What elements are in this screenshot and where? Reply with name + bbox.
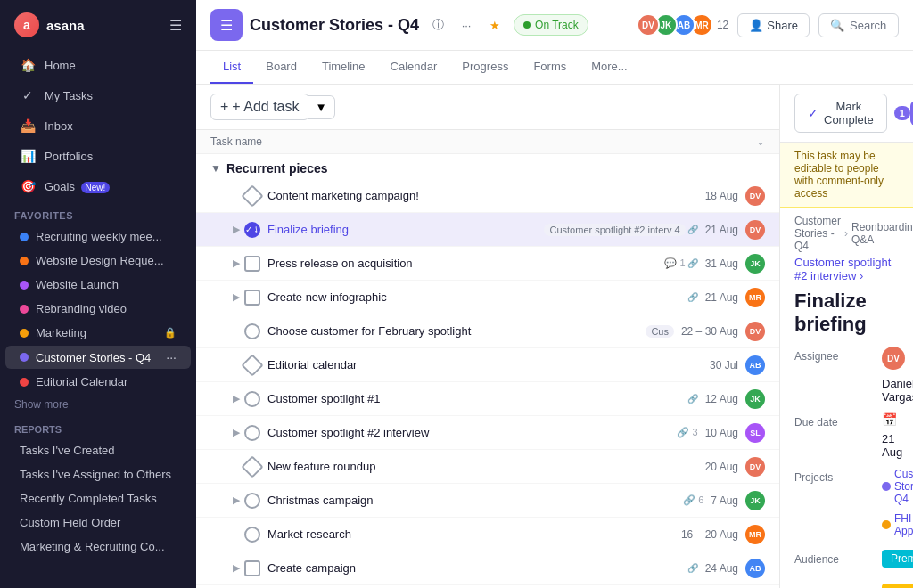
- task-row[interactable]: ▶ Customer spotlight #2 interview 🔗 3 10…: [196, 416, 779, 450]
- task-row[interactable]: Editorial calendar 30 Jul AB: [196, 348, 779, 382]
- task-checkbox[interactable]: [244, 391, 260, 407]
- sidebar-item-marketing[interactable]: Marketing 🔒: [5, 322, 191, 344]
- report-tasks-assigned[interactable]: Tasks I've Assigned to Others: [5, 463, 191, 486]
- sidebar-item-recruiting[interactable]: Recruiting weekly mee...: [5, 225, 191, 248]
- projects-label: Projects: [794, 468, 875, 484]
- task-name: Choose customer for February spotlight: [267, 324, 640, 338]
- tab-timeline[interactable]: Timeline: [309, 51, 378, 84]
- sidebar-item-my-tasks[interactable]: ✓ My Tasks: [5, 81, 191, 110]
- report-marketing-recruiting[interactable]: Marketing & Recruiting Co...: [5, 535, 191, 558]
- assignee-label: Assignee: [794, 347, 875, 363]
- sidebar-item-customer-stories[interactable]: Customer Stories - Q4 ···: [5, 346, 191, 369]
- sidebar-item-website-launch[interactable]: Website Launch: [5, 274, 191, 296]
- task-row[interactable]: ▶ Create campaign 🔗 24 Aug AB: [196, 551, 779, 585]
- add-task-dropdown[interactable]: ▼: [308, 95, 335, 119]
- expand-icon[interactable]: ▶: [228, 257, 244, 269]
- sidebar-item-home[interactable]: 🏠 Home: [5, 51, 191, 79]
- task-checkbox-checked[interactable]: ✓: [244, 222, 260, 238]
- fav-label-marketing: Marketing: [36, 326, 86, 339]
- task-checkbox[interactable]: [244, 256, 260, 272]
- task-name: Create new infographic: [267, 290, 686, 304]
- show-more-link[interactable]: Show more: [0, 394, 196, 415]
- sidebar-item-goals[interactable]: 🎯 Goals New!: [5, 172, 191, 200]
- task-row[interactable]: ▶ ✓ Finalize briefing Customer spotlight…: [196, 213, 779, 247]
- task-checkbox-diamond[interactable]: [241, 455, 263, 478]
- tab-board[interactable]: Board: [253, 51, 309, 84]
- fav-label-rebranding: Rebranding video: [36, 302, 127, 315]
- sidebar-item-editorial-calendar[interactable]: Editorial Calendar: [5, 371, 191, 393]
- task-checkbox[interactable]: [244, 425, 260, 441]
- tab-forms[interactable]: Forms: [521, 51, 579, 84]
- marketing-dot: [20, 329, 29, 338]
- project-tag-1[interactable]: Customer Stories - Q4 Recurrent pieces ›: [882, 468, 913, 505]
- tab-list[interactable]: List: [210, 51, 253, 84]
- expand-icon[interactable]: ▶: [228, 562, 244, 574]
- goals-icon: 🎯: [20, 178, 36, 194]
- task-checkbox[interactable]: [244, 290, 260, 306]
- task-row[interactable]: New feature roundup 20 Aug DV: [196, 450, 779, 484]
- task-row[interactable]: Content marketing campaign! 18 Aug DV: [196, 179, 779, 213]
- audience-badge: Premium: [882, 550, 913, 568]
- task-count-badge: 1: [894, 106, 910, 120]
- star-icon[interactable]: ★: [483, 13, 506, 37]
- info-icon[interactable]: ⓘ: [426, 13, 449, 37]
- task-checkbox[interactable]: [244, 527, 260, 543]
- breadcrumb-project[interactable]: Customer Stories - Q4: [794, 215, 841, 252]
- project2-dot: [882, 520, 891, 529]
- add-task-label: + Add task: [232, 99, 299, 115]
- expand-icon[interactable]: ▶: [228, 291, 244, 303]
- sidebar-item-rebranding[interactable]: Rebranding video: [5, 298, 191, 320]
- members-avatars[interactable]: DV JK AB MR 12: [642, 13, 728, 37]
- task-name: Press release on acquisition: [267, 257, 661, 270]
- audience-value[interactable]: Premium: [882, 550, 913, 568]
- report-tasks-created[interactable]: Tasks I've Created: [5, 439, 191, 461]
- task-row[interactable]: ▶ Press release on acquisition 💬 1 🔗 31 …: [196, 247, 779, 281]
- customer-stories-more-icon[interactable]: ···: [166, 350, 177, 364]
- more-icon[interactable]: ···: [455, 13, 478, 37]
- search-button[interactable]: 🔍 Search: [818, 13, 899, 37]
- task-row[interactable]: ▶ Customer spotlight #1 🔗 12 Aug JK: [196, 382, 779, 416]
- section-recurrent-pieces[interactable]: ▼ Recurrent pieces: [196, 154, 779, 179]
- tab-more[interactable]: More...: [579, 51, 639, 84]
- sidebar-item-inbox[interactable]: 📥 Inbox: [5, 111, 191, 140]
- task-name: Create campaign: [267, 561, 686, 575]
- task-checkbox-diamond[interactable]: [241, 354, 263, 376]
- assignee-value[interactable]: DV Daniela Vargas: [882, 347, 913, 404]
- task-row[interactable]: Choose customer for February spotlight C…: [196, 314, 779, 348]
- projects-value: Customer Stories - Q4 Recurrent pieces ›…: [882, 468, 913, 541]
- expand-icon[interactable]: ▶: [228, 494, 244, 506]
- task-name: Customer spotlight #2 interview: [267, 426, 673, 439]
- content-area: + + Add task ▼ Task name ⌄ ▼ Recurrent p…: [196, 85, 913, 588]
- breadcrumb-section[interactable]: Reonboarding Q&A: [851, 221, 913, 246]
- project-icon-symbol: ☰: [220, 17, 233, 34]
- mark-complete-button[interactable]: ✓ Mark Complete: [794, 94, 887, 133]
- task-row[interactable]: Market research 16 – 20 Aug MR: [196, 518, 779, 551]
- task-row[interactable]: ▶ Create new infographic 🔗 21 Aug MR: [196, 281, 779, 314]
- task-row[interactable]: ▶ Christmas campaign 🔗 6 7 Aug JK: [196, 484, 779, 518]
- share-button[interactable]: 👤 Share: [737, 13, 810, 37]
- due-date-value[interactable]: 📅 21 Aug: [882, 412, 902, 459]
- task-checkbox[interactable]: [244, 560, 260, 576]
- priority-value[interactable]: Medium: [882, 584, 913, 588]
- report-custom-field[interactable]: Custom Field Order: [5, 511, 191, 534]
- detail-subtitle-link[interactable]: Customer spotlight #2 interview ›: [780, 256, 913, 286]
- tab-progress[interactable]: Progress: [449, 51, 521, 84]
- hamburger-icon[interactable]: ☰: [169, 17, 182, 34]
- task-name-selected: Finalize briefing: [267, 223, 539, 236]
- project-tag-2[interactable]: FHI Grant Application (no section) ›: [882, 509, 913, 541]
- status-badge[interactable]: On Track: [514, 14, 588, 36]
- expand-icon[interactable]: ▶: [228, 224, 244, 235]
- sidebar-item-website-design[interactable]: Website Design Reque...: [5, 249, 191, 272]
- sidebar-item-portfolios[interactable]: 📊 Portfolios: [5, 142, 191, 170]
- task-date: 22 – 30 Aug: [681, 325, 738, 338]
- sidebar-label-goals: Goals New!: [45, 180, 110, 193]
- tab-calendar[interactable]: Calendar: [378, 51, 450, 84]
- add-task-button[interactable]: + + Add task: [210, 94, 309, 120]
- task-checkbox[interactable]: [244, 323, 260, 339]
- task-checkbox[interactable]: [244, 493, 260, 509]
- expand-icon[interactable]: ▶: [228, 427, 244, 438]
- task-checkbox-diamond[interactable]: [241, 184, 263, 207]
- col-sort-icon[interactable]: ⌄: [756, 135, 765, 148]
- expand-icon[interactable]: ▶: [228, 393, 244, 404]
- report-recently-completed[interactable]: Recently Completed Tasks: [5, 487, 191, 510]
